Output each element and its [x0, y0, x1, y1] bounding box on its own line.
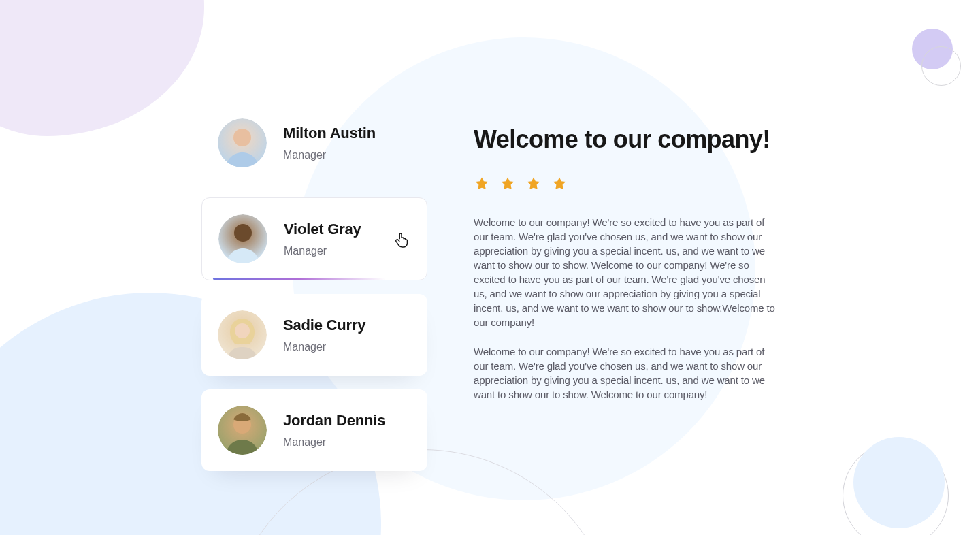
- people-list: Milton Austin Manager Violet Gray Manage…: [201, 102, 427, 471]
- svg-point-5: [235, 323, 250, 338]
- person-name: Violet Gray: [284, 221, 361, 238]
- person-role: Manager: [283, 341, 365, 353]
- person-card-jordan[interactable]: Jordan Dennis Manager: [201, 389, 427, 471]
- person-role: Manager: [284, 245, 361, 257]
- person-card-sadie[interactable]: Sadie Curry Manager: [201, 294, 427, 376]
- svg-point-3: [234, 224, 252, 242]
- person-card-milton[interactable]: Milton Austin Manager: [201, 102, 427, 184]
- testimonial-paragraph: Welcome to our company! We're so excited…: [474, 215, 777, 329]
- person-role: Manager: [283, 436, 385, 449]
- avatar: [218, 406, 267, 455]
- person-name: Jordan Dennis: [283, 412, 385, 429]
- avatar: [218, 214, 267, 263]
- person-name: Sadie Curry: [283, 317, 365, 334]
- cursor-hand-icon: [394, 231, 409, 249]
- star-icon: [500, 176, 516, 192]
- avatar: [218, 310, 267, 359]
- star-rating: [474, 176, 777, 192]
- person-card-violet[interactable]: Violet Gray Manager: [201, 197, 427, 280]
- person-role: Manager: [283, 149, 376, 161]
- testimonial-paragraph: Welcome to our company! We're so excited…: [474, 344, 777, 402]
- star-icon: [474, 176, 490, 192]
- star-icon: [525, 176, 542, 192]
- star-icon: [551, 176, 568, 192]
- testimonial-section: Milton Austin Manager Violet Gray Manage…: [0, 0, 980, 471]
- person-name: Milton Austin: [283, 125, 376, 142]
- heading: Welcome to our company!: [474, 125, 777, 154]
- svg-point-1: [233, 129, 251, 146]
- avatar: [218, 118, 267, 167]
- testimonial-content: Welcome to our company! Welcome to our c…: [474, 102, 777, 402]
